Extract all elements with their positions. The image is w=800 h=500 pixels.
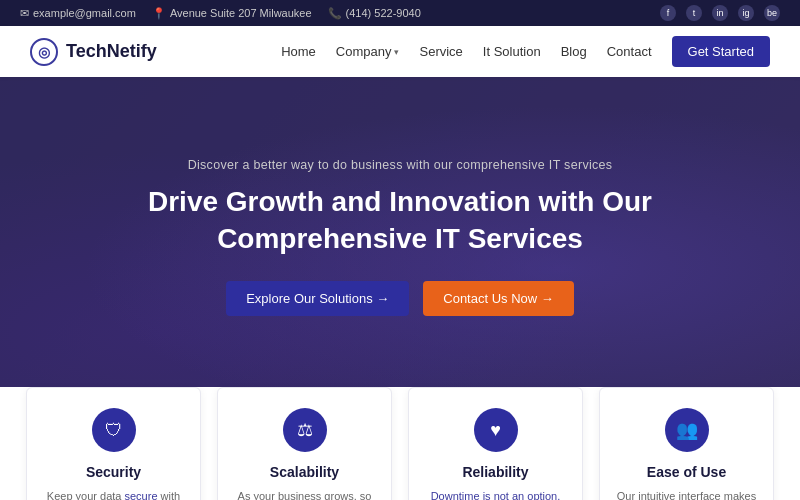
nav-contact[interactable]: Contact [607,44,652,59]
topbar-left: ✉ example@gmail.com 📍 Avenue Suite 207 M… [20,7,421,20]
feature-card-ease-of-use: 👥Ease of UseOur intuitive interface make… [599,387,774,500]
nav-links: Home Company ▾ Service It Solution Blog … [281,36,770,67]
feature-desc-1: As your business grows, so do your IT ne… [234,488,375,500]
topbar: ✉ example@gmail.com 📍 Avenue Suite 207 M… [0,0,800,26]
hero-content: Discover a better way to do business wit… [100,158,700,316]
topbar-socials: f t in ig be [660,5,780,21]
feature-card-scalability: ⚖ScalabilityAs your business grows, so d… [217,387,392,500]
nav-blog[interactable]: Blog [561,44,587,59]
feature-title-1: Scalability [234,464,375,480]
feature-desc-2: Downtime is not an option. Our solution … [425,488,566,500]
instagram-icon[interactable]: ig [738,5,754,21]
feature-icon-2: ♥ [474,408,518,452]
behance-icon[interactable]: be [764,5,780,21]
explore-solutions-button[interactable]: Explore Our Solutions → [226,281,409,316]
hero-section: Discover a better way to do business wit… [0,77,800,397]
feature-icon-0: 🛡 [92,408,136,452]
nav-home[interactable]: Home [281,44,316,59]
facebook-icon[interactable]: f [660,5,676,21]
features-section: 🛡SecurityKeep your data secure with our … [0,387,800,500]
feature-title-3: Ease of Use [616,464,757,480]
feature-desc-0: Keep your data secure with our top-of-th… [43,488,184,500]
brand-logo[interactable]: TechNetify [30,38,157,66]
feature-icon-1: ⚖ [283,408,327,452]
feature-desc-3: Our intuitive interface makes it easy to… [616,488,757,500]
nav-company-link[interactable]: Company [336,44,392,59]
feature-title-0: Security [43,464,184,480]
linkedin-icon[interactable]: in [712,5,728,21]
hero-subtitle: Discover a better way to do business wit… [120,158,680,172]
twitter-icon[interactable]: t [686,5,702,21]
phone-icon: 📞 [328,7,342,20]
brand-name: TechNetify [66,41,157,62]
hero-title: Drive Growth and Innovation with Our Com… [120,184,680,257]
navbar: TechNetify Home Company ▾ Service It Sol… [0,26,800,77]
location-icon: 📍 [152,7,166,20]
topbar-email: ✉ example@gmail.com [20,7,136,20]
brand-icon [30,38,58,66]
topbar-address: 📍 Avenue Suite 207 Milwaukee [152,7,312,20]
nav-service[interactable]: Service [419,44,462,59]
feature-card-security: 🛡SecurityKeep your data secure with our … [26,387,201,500]
nav-company[interactable]: Company ▾ [336,44,400,59]
feature-card-reliability: ♥ReliabilityDowntime is not an option. O… [408,387,583,500]
email-icon: ✉ [20,7,29,20]
hero-buttons: Explore Our Solutions → Contact Us Now → [120,281,680,316]
contact-us-button[interactable]: Contact Us Now → [423,281,574,316]
chevron-down-icon: ▾ [394,47,399,57]
feature-title-2: Reliability [425,464,566,480]
topbar-phone: 📞 (414) 522-9040 [328,7,421,20]
feature-icon-3: 👥 [665,408,709,452]
nav-it-solution[interactable]: It Solution [483,44,541,59]
get-started-button[interactable]: Get Started [672,36,770,67]
